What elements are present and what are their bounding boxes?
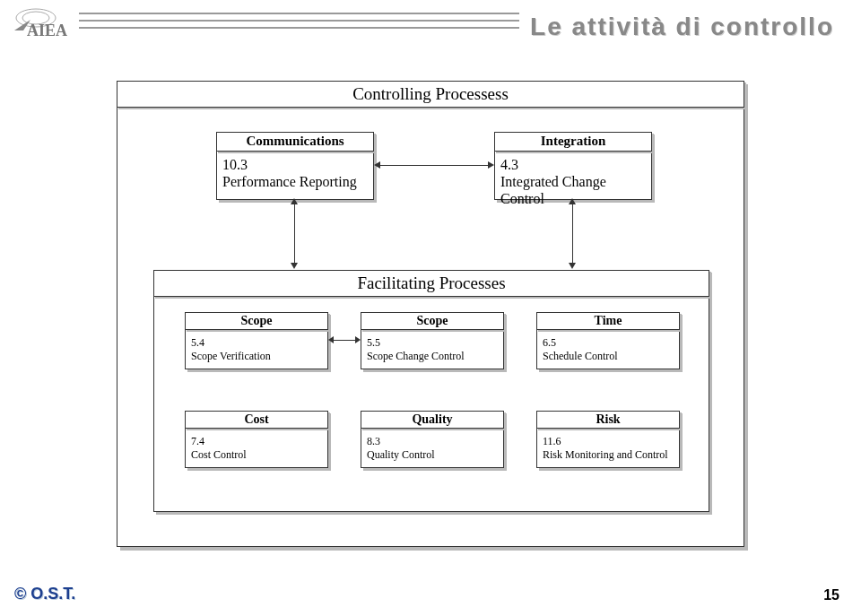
box-scope-verification: Scope 5.4 Scope Verification (185, 312, 328, 369)
box-text: Risk Monitoring and Control (543, 448, 668, 461)
box-header: Risk (536, 411, 680, 429)
box-header: Cost (185, 411, 328, 429)
box-num: 8.3 (367, 435, 380, 447)
box-header: Communications (216, 132, 374, 152)
arrow-left-icon (328, 336, 334, 343)
svg-text:AIEA: AIEA (27, 22, 67, 39)
box-text: Cost Control (191, 448, 247, 461)
outer-header: Controlling Processess (117, 81, 744, 108)
page-title: Le attività di controllo (519, 13, 834, 41)
box-header: Scope (361, 312, 504, 330)
copyright: © O.S.T. (14, 585, 75, 603)
box-text: Scope Verification (191, 350, 271, 362)
connector-horiz (378, 165, 491, 166)
arrow-up-icon (291, 198, 298, 204)
box-num: 6.5 (543, 336, 556, 349)
arrow-right-icon (355, 336, 361, 343)
box-num: 5.4 (191, 336, 204, 349)
connector-row1 (332, 340, 357, 341)
box-text: Integrated Change Control (500, 174, 606, 206)
page-number: 15 (823, 587, 839, 603)
box-header: Integration (494, 132, 652, 152)
box-header: Quality (361, 411, 504, 429)
box-header: Scope (185, 312, 328, 330)
connector-vert-right (572, 204, 573, 265)
diagram-outer: Controlling Processess Communications 10… (117, 81, 744, 547)
box-text: Performance Reporting (222, 174, 357, 189)
arrow-up-icon (569, 198, 576, 204)
logo: AIEA (13, 5, 83, 39)
arrow-down-icon (569, 263, 576, 269)
connector-vert-left (294, 204, 295, 265)
arrow-down-icon (291, 263, 298, 269)
box-num: 4.3 (500, 157, 518, 172)
arrow-right-icon (488, 161, 494, 169)
box-num: 7.4 (191, 435, 204, 447)
box-risk: Risk 11.6 Risk Monitoring and Control (536, 411, 680, 468)
inner-header: Facilitating Processes (153, 270, 709, 297)
box-num: 11.6 (543, 435, 561, 447)
box-num: 5.5 (367, 336, 380, 349)
box-cost: Cost 7.4 Cost Control (185, 411, 328, 468)
box-time: Time 6.5 Schedule Control (536, 312, 680, 369)
box-text: Scope Change Control (367, 350, 465, 362)
arrow-left-icon (374, 161, 380, 169)
box-scope-change: Scope 5.5 Scope Change Control (361, 312, 504, 369)
inner-frame: Facilitating Processes Scope 5.4 Scope V… (153, 270, 709, 512)
box-num: 10.3 (222, 157, 248, 172)
box-header: Time (536, 312, 680, 330)
box-text: Quality Control (367, 448, 435, 461)
box-integration: Integration 4.3 Integrated Change Contro… (494, 132, 652, 200)
box-communications: Communications 10.3 Performance Reportin… (216, 132, 374, 200)
box-quality: Quality 8.3 Quality Control (361, 411, 504, 468)
box-text: Schedule Control (543, 350, 618, 362)
